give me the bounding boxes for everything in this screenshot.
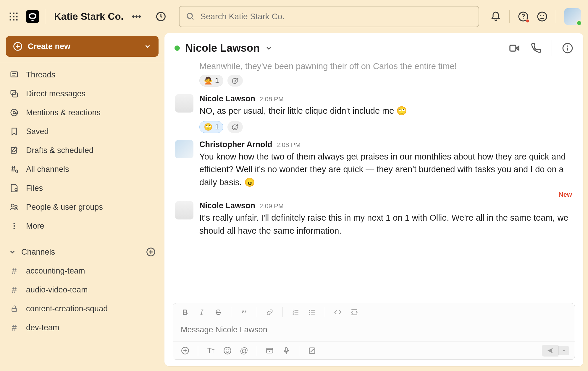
message-avatar[interactable]	[175, 201, 193, 219]
video-clip-icon[interactable]	[263, 345, 277, 357]
channel-label: accounting-team	[26, 266, 85, 276]
message-author[interactable]: Christopher Arnold	[199, 140, 272, 149]
sidebar-item-people[interactable]: People & user groups	[6, 198, 159, 217]
separator	[282, 307, 283, 317]
message-author[interactable]: Nicole Lawson	[199, 94, 255, 103]
search-field[interactable]	[200, 12, 472, 21]
hash-icon: #	[9, 323, 20, 333]
text-format-icon[interactable]: TT	[204, 345, 218, 357]
composer-input[interactable]	[181, 325, 567, 334]
files-icon	[9, 184, 20, 193]
emoji-icon[interactable]	[537, 11, 547, 22]
message-text: You know how the two of them always get …	[199, 150, 573, 189]
separator	[45, 9, 45, 24]
sidebar-item-allchannels[interactable]: All channels	[6, 160, 159, 179]
sidebar-item-label: All channels	[26, 165, 69, 174]
drafts-icon	[9, 146, 20, 155]
quote-icon[interactable]	[237, 306, 251, 318]
threads-icon	[9, 70, 20, 79]
svg-point-79	[224, 347, 231, 354]
message-avatar[interactable]	[175, 94, 193, 113]
reaction-chip[interactable]: 🙅 1	[199, 75, 223, 87]
sidebar-item-dm[interactable]: Direct messages	[6, 84, 159, 103]
svg-point-13	[187, 13, 193, 19]
allchannels-icon	[9, 165, 20, 174]
svg-point-43	[14, 228, 15, 229]
chevron-down-icon[interactable]	[265, 44, 273, 52]
sidebar-item-more[interactable]: More	[6, 217, 159, 235]
svg-line-36	[17, 172, 18, 173]
bold-icon[interactable]: B	[178, 306, 192, 318]
svg-rect-2	[16, 13, 17, 14]
channel-accounting-team[interactable]: #accounting-team	[6, 261, 159, 280]
sidebar-item-files[interactable]: Files	[6, 179, 159, 198]
attach-icon[interactable]	[178, 345, 192, 357]
svg-rect-27	[13, 93, 17, 97]
reaction-count: 1	[215, 77, 219, 85]
separator	[257, 307, 257, 317]
reaction-chip[interactable]: 🙄1	[199, 121, 223, 133]
shortcut-icon[interactable]	[305, 345, 319, 357]
user-avatar[interactable]	[564, 8, 581, 25]
channels-heading[interactable]: Channels	[6, 243, 159, 261]
svg-point-40	[15, 205, 17, 208]
svg-line-33	[12, 166, 13, 172]
hash-icon: #	[9, 285, 20, 295]
help-icon[interactable]	[518, 11, 529, 22]
emoji-picker-icon[interactable]	[221, 345, 234, 357]
mention-icon[interactable]: @	[237, 345, 251, 357]
bullet-list-icon[interactable]	[305, 306, 319, 318]
code-icon[interactable]	[331, 306, 345, 318]
sidebar-item-threads[interactable]: Threads	[6, 65, 159, 84]
message: Nicole Lawson2:08 PMNO, as per usual, th…	[175, 90, 573, 135]
apps-grid-icon[interactable]	[7, 10, 20, 23]
audio-clip-icon[interactable]	[280, 345, 293, 357]
message-author[interactable]: Nicole Lawson	[199, 201, 255, 210]
svg-point-17	[538, 12, 547, 21]
notifications-icon[interactable]	[490, 11, 501, 22]
svg-point-57	[232, 125, 238, 130]
separator	[325, 307, 325, 317]
svg-rect-9	[26, 10, 39, 23]
add-channel-icon[interactable]	[146, 247, 156, 257]
app-logo[interactable]	[26, 10, 39, 23]
video-call-icon[interactable]	[508, 42, 520, 54]
svg-rect-6	[10, 19, 11, 20]
svg-rect-3	[10, 16, 11, 17]
add-reaction-icon[interactable]	[227, 121, 243, 133]
channel-dev-team[interactable]: #dev-team	[6, 318, 159, 337]
send-options-icon[interactable]	[558, 346, 569, 355]
new-messages-separator: New	[164, 195, 583, 195]
main-panel: Nicole Lawson Meanwhile, they've been pa…	[164, 33, 583, 366]
svg-point-72	[309, 312, 310, 313]
dm-icon	[9, 89, 20, 98]
history-icon[interactable]	[155, 11, 167, 22]
top-bar: Katie Stark Co. •••	[0, 0, 588, 33]
org-name[interactable]: Katie Stark Co.	[54, 11, 124, 22]
channel-content-creation-squad[interactable]: content-creation-squad	[6, 299, 159, 318]
add-reaction-icon[interactable]	[227, 75, 243, 87]
italic-icon[interactable]: I	[195, 306, 209, 318]
sidebar-item-bookmark[interactable]: Saved	[6, 122, 159, 141]
phone-call-icon[interactable]	[530, 43, 542, 54]
new-label: New	[556, 191, 574, 198]
svg-point-54	[235, 80, 236, 81]
svg-rect-7	[13, 19, 14, 20]
info-icon[interactable]	[562, 43, 573, 54]
send-button[interactable]	[542, 345, 558, 357]
sidebar-item-drafts[interactable]: Drafts & scheduled	[6, 141, 159, 160]
svg-rect-26	[11, 90, 16, 95]
channel-audio-video-team[interactable]: #audio-video-team	[6, 280, 159, 299]
search-input[interactable]	[179, 6, 479, 27]
message-avatar[interactable]	[175, 140, 193, 158]
strikethrough-icon[interactable]: S	[211, 306, 225, 318]
link-icon[interactable]	[263, 306, 277, 318]
ordered-list-icon[interactable]: 123	[289, 306, 302, 318]
org-more-icon[interactable]: •••	[130, 12, 144, 22]
separator	[231, 307, 231, 317]
code-block-icon[interactable]	[348, 306, 361, 318]
chat-title[interactable]: Nicole Lawson	[185, 42, 260, 54]
chat-header: Nicole Lawson	[164, 33, 583, 63]
create-new-button[interactable]: Create new	[6, 36, 159, 57]
sidebar-item-mentions[interactable]: Mentions & reactions	[6, 103, 159, 122]
